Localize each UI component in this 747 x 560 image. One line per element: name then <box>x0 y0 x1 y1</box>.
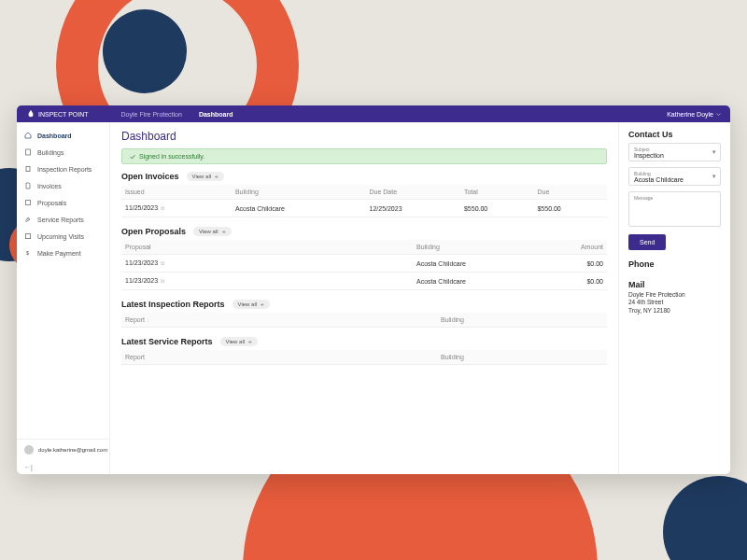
sidebar-item-label: Dashboard <box>37 133 72 139</box>
sidebar-item-invoices[interactable]: Invoices <box>17 177 109 194</box>
sidebar-item-proposals[interactable]: Proposals <box>17 194 109 211</box>
sidebar-item-label: Upcoming Visits <box>37 233 84 240</box>
sidebar: Dashboard Buildings Inspection Reports I… <box>17 122 110 474</box>
user-menu[interactable]: Katherine Doyle <box>667 111 721 118</box>
section-title-open-invoices: Open Invoices <box>121 172 179 181</box>
viewall-label: View all <box>199 229 218 234</box>
brand-logo: INSPECT POINT <box>26 109 89 119</box>
sidebar-item-make-payment[interactable]: $ Make Payment <box>17 245 109 261</box>
cell-building: Acosta Childcare <box>413 255 540 273</box>
subject-select[interactable]: Subject Inspection ▾ <box>628 143 721 161</box>
building-select[interactable]: Building Acosta Childcare ▾ <box>628 167 721 186</box>
cell-building: Acosta Childcare <box>413 273 540 290</box>
flash-message: Signed in successfully. <box>121 148 607 164</box>
avatar <box>24 445 34 455</box>
col-proposal[interactable]: Proposal <box>121 240 413 255</box>
cell-building: Acosta Childcare <box>232 200 366 217</box>
dollar-icon: $ <box>24 249 32 257</box>
address-line: Troy, NY 12180 <box>628 307 721 315</box>
calendar-icon <box>24 232 32 240</box>
external-icon: ⧉ <box>161 278 164 284</box>
col-amount[interactable]: Amount <box>540 240 607 255</box>
sidebar-item-label: Proposals <box>37 200 66 206</box>
contact-panel: Contact Us Subject Inspection ▾ Building… <box>618 122 730 474</box>
proposal-date: 11/23/2023 <box>125 277 158 284</box>
col-building[interactable]: Building <box>413 240 540 255</box>
latest-service-table: Report Building <box>121 350 607 365</box>
viewall-service[interactable]: View all <box>220 337 259 346</box>
col-report[interactable]: Report <box>121 350 437 365</box>
sidebar-item-buildings[interactable]: Buildings <box>17 144 109 161</box>
message-textarea[interactable]: Message <box>628 191 721 227</box>
proposal-date: 11/23/2023 <box>125 259 158 266</box>
sidebar-item-label: Buildings <box>37 149 63 156</box>
field-label: Message <box>634 195 715 201</box>
viewall-label: View all <box>192 174 212 179</box>
sidebar-item-inspection-reports[interactable]: Inspection Reports <box>17 161 109 177</box>
viewall-proposals[interactable]: View all <box>193 227 232 236</box>
breadcrumb-dashboard[interactable]: Dashboard <box>199 111 233 118</box>
viewall-label: View all <box>238 301 258 307</box>
home-icon <box>24 132 32 139</box>
table-row[interactable]: 11/25/2023⧉ Acosta Childcare 12/25/2023 … <box>121 200 607 217</box>
contact-us-title: Contact Us <box>628 130 721 139</box>
col-building[interactable]: Building <box>437 350 607 365</box>
building-icon <box>24 148 32 156</box>
sidebar-item-dashboard[interactable]: Dashboard <box>17 127 109 144</box>
col-building[interactable]: Building <box>232 185 366 200</box>
sidebar-item-label: Service Reports <box>37 217 84 223</box>
address-line: 24 4th Street <box>628 299 721 306</box>
email-text: doyle.katherine@gmail.com <box>38 447 107 453</box>
field-value: Inspection <box>634 152 715 159</box>
sidebar-item-label: Make Payment <box>37 250 81 257</box>
chevron-down-icon: ▾ <box>712 173 716 180</box>
breadcrumb-company[interactable]: Doyle Fire Protection <box>121 111 182 118</box>
sidebar-item-upcoming-visits[interactable]: Upcoming Visits <box>17 228 109 245</box>
doc-icon <box>24 199 32 206</box>
arrow-right-icon <box>221 230 226 234</box>
app-window: INSPECT POINT Doyle Fire Protection Dash… <box>17 105 730 474</box>
viewall-inspection[interactable]: View all <box>233 300 271 309</box>
viewall-label: View all <box>226 339 246 344</box>
svg-rect-3 <box>25 234 30 239</box>
table-row[interactable]: 11/23/2023⧉ Acosta Childcare $0.00 <box>121 255 607 273</box>
topbar: INSPECT POINT Doyle Fire Protection Dash… <box>17 105 730 122</box>
page-title: Dashboard <box>121 130 607 143</box>
send-button[interactable]: Send <box>628 234 666 250</box>
latest-inspection-table: Report↓ Building <box>121 313 607 328</box>
sidebar-item-service-reports[interactable]: Service Reports <box>17 211 109 228</box>
issued-date: 11/25/2023 <box>125 204 158 211</box>
arrow-right-icon <box>260 302 264 307</box>
svg-text:$: $ <box>26 250 29 256</box>
section-title-latest-service: Latest Service Reports <box>121 337 213 346</box>
viewall-invoices[interactable]: View all <box>187 172 225 181</box>
clipboard-icon <box>24 165 32 173</box>
cell-amount: $0.00 <box>540 255 607 273</box>
field-value: Acosta Childcare <box>634 176 715 183</box>
col-due-date[interactable]: Due Date <box>366 185 460 200</box>
col-building[interactable]: Building <box>437 313 607 328</box>
col-issued[interactable]: Issued <box>121 185 232 200</box>
main-content: Dashboard Signed in successfully. Open I… <box>110 122 618 474</box>
sidebar-item-label: Invoices <box>37 183 62 189</box>
cell-amount: $0.00 <box>540 273 607 290</box>
chevron-down-icon: ▾ <box>712 148 716 156</box>
breadcrumb: Doyle Fire Protection Dashboard <box>121 111 233 118</box>
file-icon <box>24 182 32 189</box>
col-report[interactable]: Report <box>125 316 145 323</box>
mailing-address: Doyle Fire Protection 24 4th Street Troy… <box>628 291 721 315</box>
external-icon: ⧉ <box>161 260 164 266</box>
phone-title: Phone <box>628 259 721 269</box>
sidebar-collapse-button[interactable]: ←| <box>17 460 109 474</box>
arrow-right-icon <box>247 340 252 344</box>
address-line: Doyle Fire Protection <box>628 291 721 299</box>
sidebar-user-email[interactable]: doyle.katherine@gmail.com <box>17 439 109 460</box>
table-row[interactable]: 11/23/2023⧉ Acosta Childcare $0.00 <box>121 273 607 290</box>
flame-icon <box>26 109 35 119</box>
svg-rect-0 <box>26 149 31 155</box>
svg-rect-1 <box>26 166 30 171</box>
wrench-icon <box>24 216 32 223</box>
col-due[interactable]: Due <box>533 185 607 200</box>
col-total[interactable]: Total <box>460 185 534 200</box>
user-name: Katherine Doyle <box>667 111 713 118</box>
